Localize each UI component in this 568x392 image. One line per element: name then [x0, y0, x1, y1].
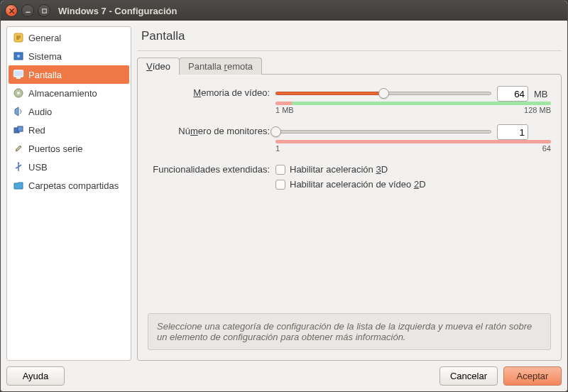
monitors-max: 64 [542, 144, 551, 153]
close-icon[interactable] [5, 4, 18, 17]
carpetas-compartidas-icon [11, 180, 26, 191]
sidebar: GeneralSistemaPantallaAlmacenamientoAudi… [6, 26, 131, 361]
help-button[interactable]: Ayuda [6, 366, 65, 386]
slider-video-memory[interactable] [275, 86, 491, 102]
label-video-memory: Memoria de vídeo: [148, 86, 275, 98]
minimize-icon[interactable] [21, 4, 34, 17]
svg-point-3 [17, 55, 20, 58]
sidebar-item-label: General [28, 33, 61, 43]
sidebar-item-label: Sistema [28, 51, 62, 62]
row-monitor-count: Número de monitores: [148, 124, 551, 153]
sidebar-item-usb[interactable]: USB [9, 158, 129, 176]
sidebar-item-puertos-serie[interactable]: Puertos serie [9, 139, 129, 158]
almacenamiento-icon [11, 87, 26, 99]
sidebar-item-label: Almacenamiento [28, 88, 97, 99]
sidebar-item-audio[interactable]: Audio [9, 102, 129, 121]
puertos-serie-icon [11, 143, 26, 154]
accept-button[interactable]: Aceptar [503, 366, 562, 386]
hint-panel: Seleccione una categoría de configuració… [148, 313, 551, 350]
row-video-memory: Memoria de vídeo: MB [148, 86, 551, 114]
settings-window: Windows 7 - Configuración GeneralSistema… [0, 0, 568, 392]
red-icon [11, 124, 26, 136]
sidebar-item-label: Audio [28, 107, 52, 117]
memory-min: 1 MB [275, 106, 294, 114]
unit-mb: MB [534, 89, 551, 99]
sidebar-item-label: Carpetas compartidas [28, 180, 119, 191]
sidebar-item-sistema[interactable]: Sistema [9, 47, 129, 65]
sidebar-item-pantalla[interactable]: Pantalla [9, 65, 129, 84]
pantalla-icon [11, 69, 26, 80]
cancel-button[interactable]: Cancelar [439, 366, 498, 386]
checkbox-accel-3d[interactable]: Habilitar aceleración 3D [275, 164, 551, 175]
monitors-min: 1 [275, 144, 280, 153]
svg-rect-0 [42, 9, 45, 12]
body: GeneralSistemaPantallaAlmacenamientoAudi… [1, 21, 567, 361]
sidebar-item-carpetas-compartidas[interactable]: Carpetas compartidas [9, 176, 129, 195]
label-accel-2d: Habilitar aceleración de vídeo 2D [290, 179, 426, 190]
label-accel-3d: Habilitar aceleración 3D [290, 164, 388, 175]
titlebar[interactable]: Windows 7 - Configuración [1, 1, 567, 21]
page-title: Pantalla [137, 26, 562, 51]
window-title: Windows 7 - Configuración [58, 6, 177, 16]
checkbox-icon [275, 180, 285, 190]
svg-point-11 [18, 162, 19, 163]
content-pane: Pantalla Vídeo Pantalla remota Memoria d… [137, 26, 562, 361]
slider-monitor-count[interactable] [275, 124, 491, 140]
checkbox-accel-2d[interactable]: Habilitar aceleración de vídeo 2D [275, 179, 551, 190]
svg-rect-4 [14, 70, 23, 77]
tab-video[interactable]: Vídeo [137, 58, 180, 75]
row-extended-features: Funcionalidades extendidas: Habilitar ac… [148, 163, 551, 190]
usb-icon [11, 161, 26, 173]
sidebar-item-general[interactable]: General [9, 28, 129, 47]
sidebar-item-label: USB [28, 162, 48, 173]
sidebar-item-label: Red [28, 125, 45, 136]
input-video-memory[interactable] [497, 86, 528, 102]
label-monitor-count: Número de monitores: [148, 124, 275, 136]
general-icon [11, 32, 26, 43]
sidebar-item-almacenamiento[interactable]: Almacenamiento [9, 84, 129, 102]
sidebar-item-label: Puertos serie [28, 143, 83, 154]
memory-max: 128 MB [524, 106, 551, 114]
checkbox-icon [275, 165, 285, 175]
label-extended-features: Funcionalidades extendidas: [148, 163, 275, 175]
maximize-icon[interactable] [38, 4, 50, 17]
svg-point-10 [16, 150, 17, 151]
tab-page-video: Memoria de vídeo: MB [137, 74, 562, 361]
svg-rect-9 [18, 126, 23, 131]
svg-point-7 [17, 92, 20, 94]
svg-rect-5 [16, 77, 21, 79]
sidebar-item-label: Pantalla [28, 70, 62, 80]
sistema-icon [11, 50, 26, 62]
tabbar: Vídeo Pantalla remota [137, 58, 562, 75]
input-monitor-count[interactable] [497, 124, 528, 140]
audio-icon [11, 106, 26, 117]
footer: Ayuda Cancelar Aceptar [1, 361, 567, 391]
tab-remote-display[interactable]: Pantalla remota [179, 58, 262, 75]
sidebar-item-red[interactable]: Red [9, 121, 129, 139]
